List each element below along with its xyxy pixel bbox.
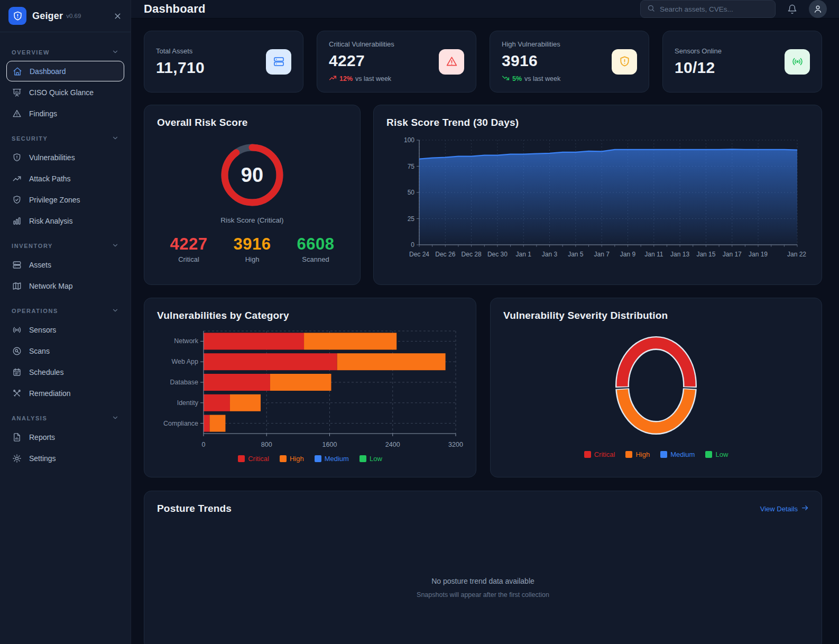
sidebar-item-attack-paths[interactable]: Attack Paths (6, 168, 124, 189)
sidebar-section-operations[interactable]: OPERATIONS (6, 307, 124, 315)
arrow-right-icon (801, 504, 809, 513)
risk-stat-value: 3916 (220, 235, 284, 254)
stat-label: Sensors Online (675, 47, 722, 55)
view-details-link[interactable]: View Details (760, 504, 809, 513)
stat-trend: 5% vs last week (502, 74, 560, 84)
legend-label: Critical (594, 450, 615, 458)
svg-text:Jan 19: Jan 19 (749, 251, 768, 258)
stat-card-critical-vulnerabilities: Critical Vulnerabilities 4227 12% vs las… (317, 31, 476, 93)
sidebar-item-schedules[interactable]: Schedules (6, 362, 124, 382)
svg-text:Database: Database (170, 379, 198, 386)
chevron-down-icon (112, 48, 119, 57)
legend-label: Critical (248, 455, 269, 463)
sidebar-item-findings[interactable]: Findings (6, 103, 124, 124)
home-icon (13, 67, 22, 76)
stat-card-total-assets: Total Assets 11,710 (144, 31, 303, 93)
risk-stat-value: 4227 (157, 235, 220, 254)
legend-item-high: High (625, 450, 650, 458)
sidebar-item-label: Remediation (29, 389, 71, 398)
sidebar-item-privilege-zones[interactable]: Privilege Zones (6, 189, 124, 210)
severity-chart-legend: Critical High Medium Low (503, 450, 809, 458)
app-logo-shield-icon (8, 7, 26, 25)
overall-risk-score-card: Overall Risk Score 90 Risk Score (Critic… (144, 105, 361, 285)
presentation-icon (12, 88, 22, 97)
search-input[interactable] (660, 5, 769, 13)
svg-text:1600: 1600 (322, 441, 337, 448)
top-header: Dashboard (131, 0, 839, 19)
sidebar-item-label: CISO Quick Glance (29, 88, 94, 97)
legend-swatch (584, 451, 591, 458)
notifications-bell-icon[interactable] (787, 4, 797, 14)
sidebar-item-ciso-quick-glance[interactable]: CISO Quick Glance (6, 82, 124, 103)
svg-text:Network: Network (174, 337, 199, 345)
sidebar-item-reports[interactable]: Reports (6, 427, 124, 447)
svg-text:2400: 2400 (385, 441, 400, 448)
bar-chart-icon (12, 216, 22, 226)
sidebar-item-sensors[interactable]: Sensors (6, 319, 124, 340)
section-label: INVENTORY (12, 243, 53, 249)
map-icon (12, 281, 22, 291)
card-title: Vulnerabilities by Category (157, 310, 463, 321)
search-box (640, 0, 776, 18)
risk-stat-value: 6608 (284, 235, 347, 254)
risk-score-caption: Risk Score (Critical) (157, 216, 347, 224)
sidebar-item-remediation[interactable]: Remediation (6, 383, 124, 403)
search-icon (647, 4, 655, 14)
stat-card-sensors-online: Sensors Online 10/12 (662, 31, 822, 93)
legend-swatch (280, 455, 287, 462)
alert-triangle-icon (12, 109, 22, 118)
sidebar-item-label: Network Map (29, 282, 72, 290)
close-sidebar-icon[interactable] (113, 12, 122, 21)
sidebar-item-label: Dashboard (30, 67, 66, 76)
card-title: Risk Score Trend (30 Days) (386, 117, 809, 128)
section-label: OPERATIONS (12, 308, 58, 314)
chevron-down-icon (112, 414, 119, 422)
card-title: Posture Trends (157, 503, 232, 514)
stat-label: Critical Vulnerabilities (329, 40, 394, 48)
shield-check-icon (12, 195, 22, 205)
legend-item-medium: Medium (315, 455, 349, 463)
trend-percent: 5% (512, 75, 522, 82)
sidebar-section-inventory[interactable]: INVENTORY (6, 242, 124, 250)
legend-label: High (290, 455, 304, 463)
risk-stats-row: 4227 Critical 3916 High 6608 Scanned (157, 235, 347, 263)
sidebar-section-analysis[interactable]: ANALYSIS (6, 414, 124, 422)
legend-label: Low (370, 455, 382, 463)
vulnerabilities-by-category-card: Vulnerabilities by Category 080016002400… (144, 298, 476, 477)
sidebar-item-settings[interactable]: Settings (6, 448, 124, 468)
trending-up-icon (329, 74, 337, 84)
stat-label: Total Assets (156, 47, 205, 55)
sidebar-item-scans[interactable]: Scans (6, 341, 124, 361)
sidebar-item-label: Reports (29, 433, 55, 441)
sidebar-section-overview[interactable]: OVERVIEW (6, 48, 124, 57)
svg-text:Jan 7: Jan 7 (594, 251, 610, 258)
trending-up-icon (12, 174, 22, 183)
empty-state-subtitle: Snapshots will appear after the first co… (157, 591, 809, 599)
sidebar-item-label: Schedules (29, 368, 63, 376)
svg-text:Jan 1: Jan 1 (516, 251, 532, 258)
sidebar-item-label: Assets (29, 261, 51, 269)
sidebar-item-vulnerabilities[interactable]: Vulnerabilities (6, 147, 124, 168)
sidebar-item-risk-analysis[interactable]: Risk Analysis (6, 210, 124, 231)
user-avatar[interactable] (809, 0, 827, 18)
file-chart-icon (12, 433, 22, 442)
svg-text:Jan 15: Jan 15 (696, 251, 715, 258)
sidebar-section-security[interactable]: SECURITY (6, 134, 124, 143)
risk-stat-label: Scanned (284, 255, 347, 263)
svg-text:Jan 13: Jan 13 (670, 251, 689, 258)
sidebar-item-label: Sensors (29, 326, 56, 334)
page-title: Dashboard (144, 2, 206, 16)
trend-note: vs last week (355, 75, 391, 82)
stat-value: 4227 (329, 52, 394, 70)
svg-text:75: 75 (408, 163, 415, 170)
app-name: Geiger (32, 11, 63, 22)
stat-trend: 12% vs last week (329, 74, 394, 84)
sidebar-item-label: Attack Paths (29, 174, 71, 183)
server-icon (266, 49, 291, 75)
sidebar-item-network-map[interactable]: Network Map (6, 275, 124, 296)
sidebar-item-dashboard[interactable]: Dashboard (6, 61, 124, 81)
sidebar-item-assets[interactable]: Assets (6, 254, 124, 275)
svg-text:Web App: Web App (171, 358, 198, 365)
risk-stat-label: High (220, 255, 284, 263)
shield-alert-icon (12, 153, 22, 162)
